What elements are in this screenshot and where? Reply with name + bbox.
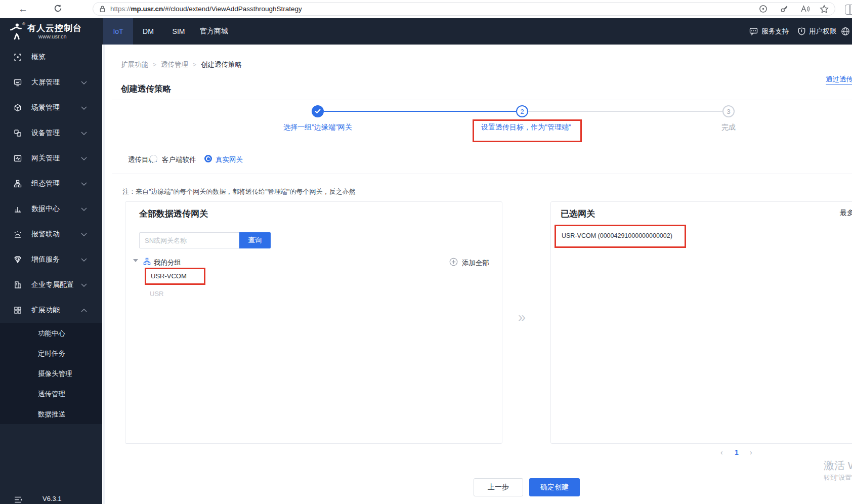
sidebar-item-gateway-mgmt[interactable]: 网关管理: [0, 146, 102, 171]
title-divider: [112, 100, 852, 100]
browser-refresh-icon[interactable]: [54, 4, 62, 13]
submenu-item-camera-mgmt[interactable]: 摄像头管理: [0, 363, 102, 384]
sidebar-item-alarm-linkage[interactable]: 报警联动: [0, 222, 102, 247]
extend-submenu: 功能中心 定时任务 摄像头管理 透传管理 数据推送: [0, 323, 102, 424]
tree-group-node[interactable]: 我的分组: [154, 258, 181, 267]
gateway-search-input[interactable]: [139, 232, 239, 248]
lock-icon: [99, 5, 106, 13]
sidebar-item-configuration-mgmt[interactable]: 组态管理: [0, 171, 102, 196]
bar-chart-icon: [14, 205, 22, 213]
sidebar-item-overview[interactable]: 概览: [0, 45, 102, 70]
tree-node-usr[interactable]: USR: [150, 290, 163, 298]
tab-iot[interactable]: IoT: [103, 18, 133, 45]
chevron-down-icon: [81, 258, 87, 262]
all-gateways-title: 全部数据透传网关: [139, 208, 208, 220]
org-blocks-icon: [14, 180, 22, 188]
breadcrumb-separator: >: [153, 61, 156, 68]
permission-menu[interactable]: 用户权限: [798, 18, 836, 45]
pagination-page-1[interactable]: 1: [735, 448, 739, 456]
windows-activation-watermark-line2: 转到"设置"以激活 Windows。: [824, 474, 852, 482]
annotation-box-step2: [473, 119, 582, 142]
browser-toolbar: ← https://mp.usr.cn/#/cloud/extend/ViewA…: [0, 0, 852, 19]
sidebar-item-extend-functions[interactable]: 扩展功能: [0, 298, 102, 323]
version-label: V6.3.1: [42, 495, 62, 502]
selected-gateways-title: 已选网关: [561, 208, 595, 220]
chevron-down-icon: [81, 132, 87, 135]
step2-circle: 2: [516, 105, 528, 117]
breadcrumb-current: 创建透传策略: [201, 60, 242, 69]
browser-read-aloud-icon[interactable]: [800, 5, 810, 13]
browser-collections-icon[interactable]: [759, 5, 768, 13]
browser-back-icon[interactable]: ←: [18, 4, 28, 15]
radio-real-gateway[interactable]: [204, 155, 212, 162]
page-title: 创建透传策略: [121, 83, 171, 95]
sidebar-item-scene-mgmt[interactable]: 场景管理: [0, 95, 102, 120]
windows-activation-watermark-line1: 激活 Windows: [824, 458, 852, 473]
registered-mark: ®: [22, 22, 25, 26]
tab-official-store[interactable]: 官方商城: [194, 18, 234, 45]
add-all-label[interactable]: 添加全部: [462, 259, 489, 268]
devices-icon: [14, 129, 22, 137]
step1-label: 选择一组"边缘端"网关: [242, 123, 394, 132]
tab-dm[interactable]: DM: [133, 18, 163, 45]
chevron-down-icon: [81, 207, 87, 211]
scrollbar-track[interactable]: [103, 45, 105, 504]
search-button[interactable]: 查询: [239, 232, 271, 248]
note-text: 注：来自"边缘端"的每个网关的数据，都将透传给"管理端"的每个网关，反之亦然: [122, 187, 355, 196]
building-icon: [14, 281, 22, 289]
passthrough-top-link[interactable]: 通过透传: [826, 75, 852, 85]
logo-subtitle: www.usr.cn: [38, 33, 67, 39]
sidebar-collapse-icon[interactable]: [14, 496, 22, 503]
gem-icon: [14, 256, 22, 264]
group-icon: [143, 258, 151, 265]
language-globe-icon[interactable]: [841, 18, 852, 45]
tree-expand-caret-icon[interactable]: [133, 259, 138, 262]
radio-client-software[interactable]: [150, 155, 157, 162]
previous-step-button[interactable]: 上一步: [474, 478, 523, 496]
browser-split-screen-icon[interactable]: [845, 5, 852, 15]
logo-title[interactable]: 有人云控制台: [27, 22, 82, 34]
annotation-box-selected-gateway: [555, 225, 686, 248]
sidebar: 概览 大屏管理 场景管理 设备管理: [0, 45, 102, 504]
url-text: https://mp.usr.cn/#/cloud/extend/ViewAdd…: [110, 5, 302, 13]
submenu-item-passthrough-mgmt[interactable]: 透传管理: [0, 384, 102, 404]
radio-real-gateway-label[interactable]: 真实网关: [216, 155, 243, 164]
radio-client-software-label[interactable]: 客户端软件: [162, 155, 196, 164]
overview-icon: [14, 53, 22, 61]
pagination-next-button[interactable]: ›: [750, 448, 752, 456]
pagination-prev-button[interactable]: ‹: [720, 448, 723, 456]
browser-password-key-icon[interactable]: [780, 5, 789, 13]
chat-icon: [749, 27, 758, 35]
shield-icon: [798, 27, 805, 35]
browser-favorite-star-icon[interactable]: [820, 5, 829, 13]
sidebar-item-screen-mgmt[interactable]: 大屏管理: [0, 70, 102, 95]
big-screen-icon: [14, 78, 22, 87]
submenu-item-timed-tasks[interactable]: 定时任务: [0, 343, 102, 363]
breadcrumb-extend[interactable]: 扩展功能: [121, 60, 148, 69]
breadcrumb: 扩展功能 > 透传管理 > 创建透传策略: [121, 60, 242, 69]
double-chevron-right-icon: »: [518, 310, 526, 325]
breadcrumb-passthrough-mgmt[interactable]: 透传管理: [161, 60, 188, 69]
chevron-down-icon: [81, 283, 87, 287]
submenu-item-data-push[interactable]: 数据推送: [0, 404, 102, 424]
sidebar-item-enterprise-config[interactable]: 企业专属配置: [0, 272, 102, 298]
step1-circle-done: [312, 105, 324, 117]
add-all-plus-icon[interactable]: [449, 258, 458, 266]
chevron-up-icon: [81, 309, 87, 312]
browser-address-bar[interactable]: https://mp.usr.cn/#/cloud/extend/ViewAdd…: [93, 2, 835, 16]
stepper-line-2-3: [528, 111, 722, 112]
usr-logo-icon[interactable]: [9, 22, 24, 40]
tab-sim[interactable]: SIM: [163, 18, 194, 45]
breadcrumb-separator: >: [193, 61, 196, 68]
screen: ← https://mp.usr.cn/#/cloud/extend/ViewA…: [0, 0, 852, 504]
step3-circle: 3: [722, 105, 735, 117]
step3-label: 完成: [703, 123, 754, 132]
app-header: ® 有人云控制台 www.usr.cn IoT DM SIM 官方商城 服务支持…: [0, 18, 852, 45]
confirm-create-button[interactable]: 确定创建: [529, 478, 580, 496]
sidebar-item-data-center[interactable]: 数据中心: [0, 196, 102, 222]
sidebar-item-device-mgmt[interactable]: 设备管理: [0, 120, 102, 146]
submenu-item-function-center[interactable]: 功能中心: [0, 323, 102, 343]
scene-cube-icon: [14, 104, 22, 112]
support-menu[interactable]: 服务支持: [749, 18, 789, 45]
sidebar-item-value-added[interactable]: 增值服务: [0, 247, 102, 272]
